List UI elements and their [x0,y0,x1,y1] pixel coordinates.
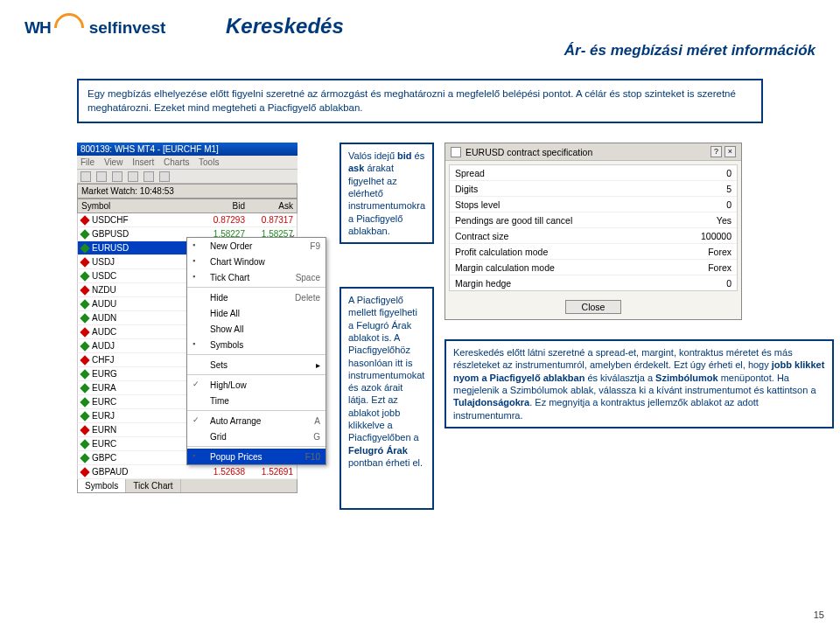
header: WH selfinvest Kereskedés Ár- és megbízás… [24,9,816,52]
ctx-icon [192,431,205,442]
spec-value: Yes [717,215,732,226]
spec-row: Digits5 [450,181,737,197]
app-titlebar: 800139: WHS MT4 - [EURCHF M1] [77,143,298,156]
ctx-label: Show All [210,324,320,334]
spec-row: Contract size100000 [450,228,737,244]
market-watch-tabs: Symbols Tick Chart [77,479,298,493]
spec-key: Stops level [455,199,726,210]
price-direction-icon [80,229,89,239]
symbol-cell: EURJ [92,411,197,421]
spec-value: 0 [726,168,732,178]
spec-body: Spread0Digits5Stops level0Pendings are g… [449,164,738,291]
menu-file[interactable]: File [80,157,94,167]
toolbar-icon[interactable] [80,171,91,182]
close-icon[interactable]: × [724,146,736,157]
ctx-item-hide-all[interactable]: Hide All [187,305,326,321]
ctx-label: Popup Prices [210,452,305,462]
spec-value: 0 [726,199,732,210]
ctx-label: Hide [210,293,295,303]
close-button[interactable]: Close [565,300,622,314]
price-direction-icon [80,243,89,253]
spec-title-text: EURUSD contract specification [466,147,708,157]
menu-view[interactable]: View [104,157,123,167]
ctx-icon: ✓ [192,380,205,390]
page-title: Kereskedés [226,14,344,38]
price-direction-icon [80,369,89,379]
ctx-shortcut: G [313,432,320,442]
ctx-shortcut: F10 [305,452,320,462]
symbol-cell: EURN [92,425,197,435]
spec-value: 5 [726,184,732,194]
symbol-cell: AUDU [92,299,197,309]
spec-row: Pendings are good till cancelYes [450,212,737,228]
symbol-cell: CHFJ [92,355,197,365]
ctx-icon: ▪ [192,339,205,350]
spec-value: 0 [726,278,732,289]
price-direction-icon [80,327,89,337]
menu-charts[interactable]: Charts [164,157,189,167]
logo-selfinvest: selfinvest [89,18,166,38]
menu-insert[interactable]: Insert [132,157,154,167]
ctx-label: Time [210,396,320,406]
help-icon[interactable]: ? [710,146,722,157]
ctx-icon: ▪ [192,272,205,282]
ctx-item-popup-prices[interactable]: ▪Popup PricesF10 [187,449,326,464]
price-direction-icon [80,299,89,309]
app-menubar[interactable]: File View Insert Charts Tools [77,156,298,170]
ctx-shortcut: Space [296,273,320,282]
tab-tick-chart[interactable]: Tick Chart [126,479,180,492]
col-bid: Bid [197,201,245,211]
symbol-cell: EURG [92,369,197,379]
toolbar-icon[interactable] [144,171,154,182]
ctx-item-grid[interactable]: GridG [187,428,326,444]
spec-key: Margin calculation mode [455,262,708,273]
spec-key: Profit calculation mode [455,247,708,257]
market-watch-row[interactable]: GBPAUD1.526381.52691 [77,465,298,479]
symbol-cell: AUDN [92,313,197,323]
ctx-item-symbols[interactable]: ▪Symbols [187,337,326,352]
toolbar-icon[interactable] [159,171,170,182]
ctx-shortcut: A [314,416,320,426]
context-menu[interactable]: ▪New OrderF9▪Chart Window▪Tick ChartSpac… [186,237,326,465]
tab-symbols[interactable]: Symbols [78,479,126,492]
ask-cell: 0.87317 [245,215,293,225]
market-watch-row[interactable]: USDCHF0.872930.87317 [77,213,298,227]
ctx-item-new-order[interactable]: ▪New OrderF9 [187,238,326,254]
price-direction-icon [80,453,89,463]
ctx-icon [192,395,205,406]
spec-row: Stops level0 [450,197,737,212]
ctx-item-hide[interactable]: HideDelete [187,289,326,305]
spec-titlebar: EURUSD contract specification ? × [445,143,741,161]
ctx-item-show-all[interactable]: Show All [187,321,326,337]
symbol-cell: USDJ [92,257,197,267]
ctx-item-high-low[interactable]: ✓High/Low [187,377,326,393]
spec-key: Margin hedge [455,278,726,289]
price-direction-icon [80,215,89,225]
toolbar-icon[interactable] [112,171,122,182]
spec-icon [451,147,461,157]
spec-row: Profit calculation modeForex [450,244,737,260]
price-direction-icon [80,467,89,477]
ctx-icon: ▪ [192,240,205,251]
ctx-label: Grid [210,432,313,442]
price-direction-icon [80,439,89,449]
price-direction-icon [80,313,89,323]
ctx-label: Chart Window [210,257,320,267]
ctx-item-tick-chart[interactable]: ▪Tick ChartSpace [187,269,326,285]
symbol-cell: USDCHF [92,215,197,225]
ctx-label: New Order [210,241,310,251]
menu-tools[interactable]: Tools [199,157,219,167]
ctx-icon: ▪ [192,256,205,267]
price-direction-icon [80,411,89,421]
ctx-item-time[interactable]: Time [187,393,326,408]
ctx-item-chart-window[interactable]: ▪Chart Window [187,254,326,269]
symbol-cell: EURC [92,397,197,407]
ctx-item-auto-arrange[interactable]: ✓Auto ArrangeA [187,413,326,428]
spec-value: 100000 [701,231,732,241]
app-toolbar[interactable] [77,170,298,184]
toolbar-icon[interactable] [96,171,107,182]
ctx-item-sets[interactable]: Sets▸ [187,357,326,373]
toolbar-icon[interactable] [128,171,138,182]
ctx-label: High/Low [210,380,320,390]
price-direction-icon [80,425,89,435]
